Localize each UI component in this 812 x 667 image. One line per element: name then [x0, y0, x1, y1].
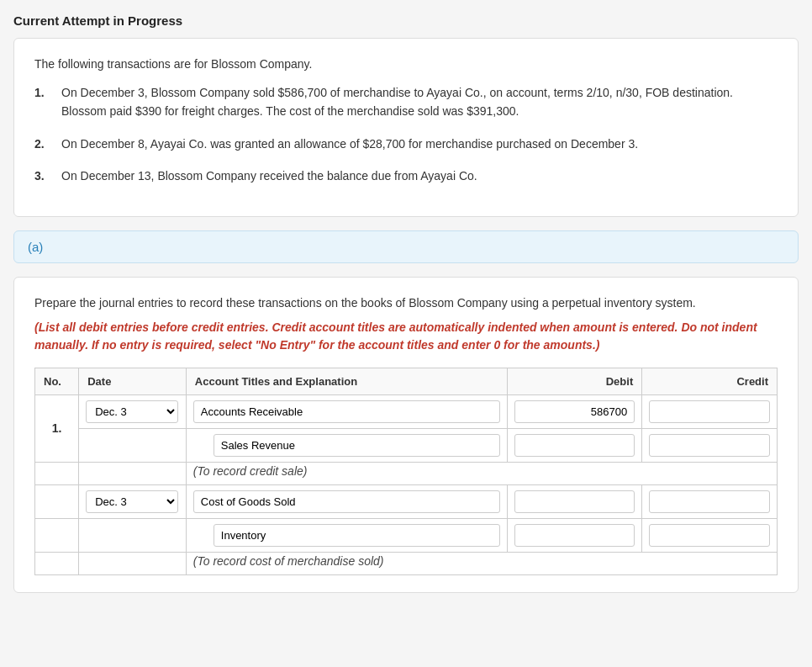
- instructions-card: Prepare the journal entries to record th…: [13, 277, 799, 593]
- entry-1b-num2: [35, 518, 79, 552]
- debit-input-1-1[interactable]: [514, 400, 635, 423]
- scenario-intro: The following transactions are for Bloss…: [34, 56, 778, 73]
- instructions-main: Prepare the journal entries to record th…: [34, 294, 778, 312]
- credit-input-1b-2[interactable]: [649, 524, 770, 547]
- date-select-1b-1[interactable]: Dec. 3 Dec. 8 Dec. 13 No Entry: [86, 490, 178, 513]
- memo-text-2: (To record cost of merchandise sold): [186, 552, 777, 574]
- list-item: 2. On December 8, Ayayai Co. was granted…: [34, 135, 778, 153]
- table-row: Dec. 3 Dec. 8 Dec. 13 No Entry: [35, 484, 778, 518]
- entry-1b-date-1[interactable]: Dec. 3 Dec. 8 Dec. 13 No Entry: [79, 484, 187, 518]
- list-item: 1. On December 3, Blossom Company sold $…: [34, 83, 778, 121]
- col-header-account: Account Titles and Explanation: [186, 368, 507, 394]
- table-row: [35, 518, 778, 552]
- memo-row-2: (To record cost of merchandise sold): [35, 552, 778, 574]
- entry-1-credit-2[interactable]: [642, 428, 778, 462]
- instructions-note: (List all debit entries before credit en…: [34, 319, 778, 354]
- date-select-1-1[interactable]: Dec. 3 Dec. 8 Dec. 13 No Entry: [86, 400, 178, 423]
- page-title: Current Attempt in Progress: [13, 13, 799, 28]
- credit-input-1-1[interactable]: [649, 400, 770, 423]
- col-header-no: No.: [35, 368, 79, 394]
- debit-input-1b-2[interactable]: [514, 524, 635, 547]
- entry-1-date-2: [79, 428, 187, 462]
- entry-1b-date-2: [79, 518, 187, 552]
- debit-input-1b-1[interactable]: [514, 490, 635, 513]
- entry-1-credit-1[interactable]: [642, 394, 778, 428]
- entry-1b-num: [35, 484, 79, 518]
- journal-table: No. Date Account Titles and Explanation …: [34, 368, 778, 575]
- list-item: 3. On December 13, Blossom Company recei…: [34, 167, 778, 185]
- entry-1-debit-1[interactable]: [507, 394, 642, 428]
- transaction-num-3: 3.: [34, 167, 61, 185]
- entry-1b-acct-1[interactable]: [186, 484, 507, 518]
- table-row: 1. Dec. 3 Dec. 8 Dec. 13 No Entry: [35, 394, 778, 428]
- entry-1-acct-1[interactable]: [186, 394, 507, 428]
- transaction-text-3: On December 13, Blossom Company received…: [61, 167, 778, 185]
- col-header-credit: Credit: [642, 368, 778, 394]
- transaction-num-2: 2.: [34, 135, 61, 153]
- transaction-text-1: On December 3, Blossom Company sold $586…: [61, 83, 778, 121]
- entry-1b-debit-2[interactable]: [507, 518, 642, 552]
- table-row: [35, 428, 778, 462]
- entry-1b-acct-2[interactable]: [186, 518, 507, 552]
- scenario-card: The following transactions are for Bloss…: [13, 38, 799, 217]
- entry-1-debit-2[interactable]: [507, 428, 642, 462]
- credit-input-1-2[interactable]: [649, 434, 770, 457]
- transaction-num-1: 1.: [34, 83, 61, 121]
- transaction-text-2: On December 8, Ayayai Co. was granted an…: [61, 135, 778, 153]
- account-input-1-2[interactable]: [214, 434, 500, 457]
- col-header-date: Date: [79, 368, 187, 394]
- credit-input-1b-1[interactable]: [649, 490, 770, 513]
- col-header-debit: Debit: [507, 368, 642, 394]
- transaction-list: 1. On December 3, Blossom Company sold $…: [34, 83, 778, 186]
- account-input-1b-2[interactable]: [214, 524, 500, 547]
- entry-1-date-1[interactable]: Dec. 3 Dec. 8 Dec. 13 No Entry: [79, 394, 187, 428]
- entry-1b-credit-2[interactable]: [642, 518, 778, 552]
- memo-text-1: (To record credit sale): [186, 462, 777, 484]
- entry-1b-credit-1[interactable]: [642, 484, 778, 518]
- account-input-1b-1[interactable]: [193, 490, 500, 513]
- entry-num-1: 1.: [35, 394, 79, 462]
- section-label: (a): [13, 230, 799, 263]
- debit-input-1-2[interactable]: [514, 434, 635, 457]
- entry-1b-debit-1[interactable]: [507, 484, 642, 518]
- entry-1-acct-2[interactable]: [186, 428, 507, 462]
- account-input-1-1[interactable]: [193, 400, 500, 423]
- memo-row-1: (To record credit sale): [35, 462, 778, 484]
